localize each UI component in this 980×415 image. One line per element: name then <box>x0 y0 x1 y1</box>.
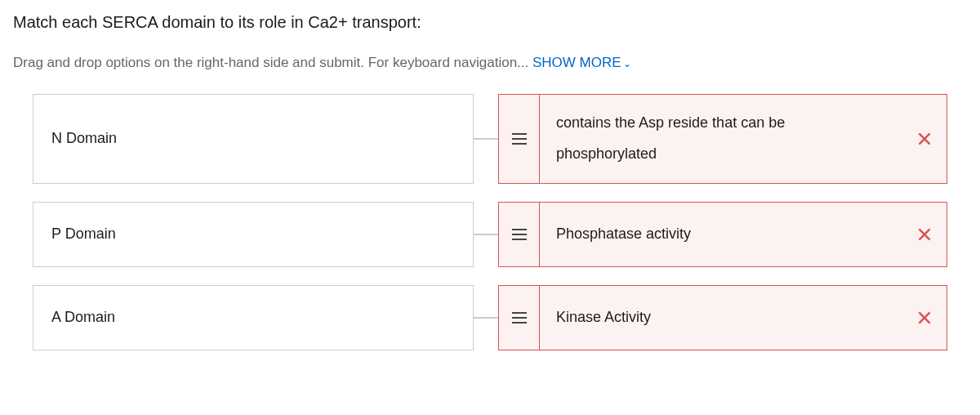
question-title: Match each SERCA domain to its role in C… <box>13 13 967 32</box>
match-row: P Domain Phosphatase activity <box>33 202 947 267</box>
drag-handle-icon <box>512 229 527 240</box>
answer-box[interactable]: contains the Asp reside that can be phos… <box>498 94 947 184</box>
prompt-text: A Domain <box>51 309 115 326</box>
drag-handle-icon <box>512 312 527 324</box>
status-icon-wrap <box>902 286 947 350</box>
answer-text: contains the Asp reside that can be phos… <box>540 95 902 183</box>
connector-line <box>474 202 498 267</box>
status-icon-wrap <box>902 95 947 183</box>
match-area: N Domain contains the Asp reside that ca… <box>13 94 967 350</box>
drag-handle[interactable] <box>499 286 540 350</box>
answer-text: Phosphatase activity <box>540 203 902 266</box>
drag-handle-icon <box>512 133 527 145</box>
show-more-label: SHOW MORE <box>532 55 621 70</box>
match-row: N Domain contains the Asp reside that ca… <box>33 94 947 184</box>
match-row: A Domain Kinase Activity <box>33 285 947 350</box>
drag-handle[interactable] <box>499 203 540 266</box>
drag-handle[interactable] <box>499 95 540 183</box>
prompt-text: P Domain <box>51 225 116 243</box>
answer-box[interactable]: Kinase Activity <box>498 285 947 350</box>
chevron-down-icon: ⌄ <box>623 58 631 69</box>
incorrect-icon <box>916 310 933 326</box>
instructions: Drag and drop options on the right-hand … <box>13 55 967 71</box>
connector-line <box>474 94 498 184</box>
incorrect-icon <box>916 226 933 243</box>
prompt-text: N Domain <box>51 130 117 147</box>
prompt-box: A Domain <box>33 285 474 350</box>
connector-line <box>474 285 498 350</box>
answer-box[interactable]: Phosphatase activity <box>498 202 947 267</box>
show-more-link[interactable]: SHOW MORE⌄ <box>532 55 631 70</box>
answer-text: Kinase Activity <box>540 286 902 350</box>
prompt-box: P Domain <box>33 202 474 267</box>
incorrect-icon <box>916 131 933 147</box>
status-icon-wrap <box>902 203 947 266</box>
prompt-box: N Domain <box>33 94 474 184</box>
instructions-text: Drag and drop options on the right-hand … <box>13 55 532 70</box>
